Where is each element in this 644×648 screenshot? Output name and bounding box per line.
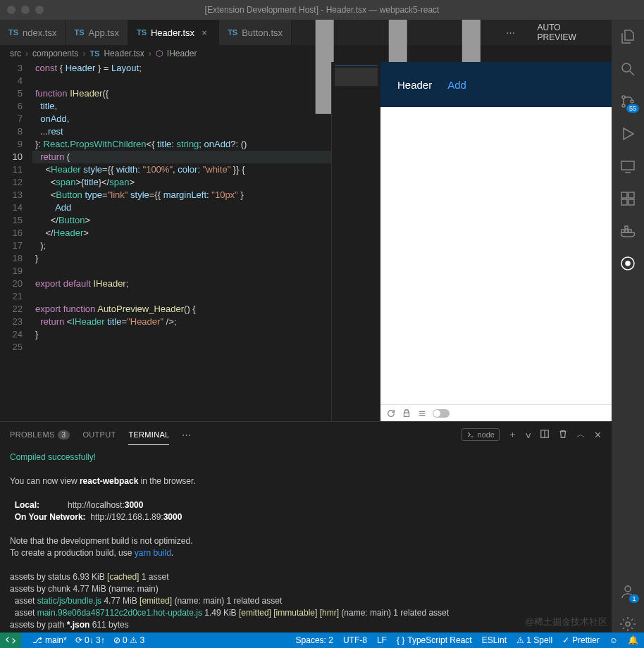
problems-tab[interactable]: PROBLEMS3 (10, 425, 70, 444)
eslint-status[interactable]: ESLint (482, 635, 507, 645)
editor-tab[interactable]: TSButton.tsx (219, 20, 292, 45)
more-icon[interactable]: ⋯ (182, 430, 191, 440)
feedback-icon[interactable]: ☺ (609, 635, 618, 645)
git-branch[interactable]: ⎇ main* (32, 635, 67, 645)
minimap[interactable] (331, 62, 380, 421)
svg-point-26 (626, 261, 630, 266)
account-icon[interactable]: 1 (619, 583, 636, 600)
docker-icon[interactable] (619, 223, 636, 239)
preview-pane: Header Add (380, 62, 612, 421)
output-tab[interactable]: OUTPUT (82, 425, 116, 444)
kill-terminal-icon[interactable] (558, 429, 568, 441)
svg-point-11 (622, 96, 625, 99)
status-bar: ⎇ main* ⟳ 0↓ 3↑ ⊘ 0 ⚠ 3 Spaces: 2 UTF-8 … (0, 633, 644, 648)
prettier-status[interactable]: ✓ Prettier (562, 635, 600, 645)
problems-status[interactable]: ⊘ 0 ⚠ 3 (113, 635, 144, 645)
svg-rect-17 (621, 192, 627, 198)
svg-rect-19 (621, 199, 627, 205)
ts-icon: TS (74, 28, 84, 37)
minimize-window-icon[interactable] (21, 6, 30, 14)
svg-rect-2 (404, 413, 409, 416)
auto-preview-tab[interactable]: AUTO PREVIEW (524, 20, 612, 45)
svg-point-13 (631, 100, 633, 103)
spaces-indicator[interactable]: Spaces: 2 (296, 635, 333, 645)
ts-icon: TS (228, 28, 237, 37)
spell-status[interactable]: ⚠ 1 Spell (516, 635, 552, 645)
editor-tab[interactable]: TSndex.tsx (0, 20, 66, 45)
close-panel-icon[interactable]: ✕ (594, 430, 602, 440)
remote-explorer-icon[interactable] (619, 158, 636, 175)
svg-marker-14 (624, 128, 633, 139)
more-actions-icon[interactable]: ⋯ (506, 27, 515, 38)
svg-line-10 (630, 71, 634, 75)
symbol-icon: ⬡ (156, 49, 163, 58)
preview-add-link[interactable]: Add (447, 79, 466, 91)
preview-footer (380, 404, 612, 421)
menu-icon[interactable] (417, 409, 427, 418)
autopreview-icon[interactable] (619, 255, 636, 272)
terminal-tab[interactable]: TERMINAL (128, 425, 169, 445)
svg-rect-20 (628, 199, 634, 205)
ts-icon: TS (8, 28, 18, 37)
toggle-switch[interactable] (433, 409, 450, 418)
close-window-icon[interactable] (7, 6, 16, 14)
notifications-icon[interactable]: 🔔 (628, 635, 638, 645)
editor-tab[interactable]: TSApp.tsx (66, 20, 128, 45)
breadcrumb[interactable]: src › components › TS Header.tsx › ⬡ IHe… (0, 45, 612, 62)
preview-header: Header Add (380, 62, 612, 107)
maximize-window-icon[interactable] (35, 6, 44, 14)
source-control-icon[interactable]: 55 (619, 93, 636, 110)
remote-indicator[interactable] (0, 633, 21, 648)
activity-bar: 55 1 (612, 20, 644, 633)
traffic-lights (0, 6, 44, 14)
editor-tab[interactable]: TSHeader.tsx× (128, 20, 219, 45)
terminal-output[interactable]: Compiled successfully! You can now view … (0, 447, 612, 633)
encoding-indicator[interactable]: UTF-8 (343, 635, 367, 645)
search-icon[interactable] (619, 61, 636, 77)
eol-indicator[interactable]: LF (377, 635, 387, 645)
window-title: [Extension Development Host] - Header.ts… (205, 5, 440, 15)
terminal-selector[interactable]: node (462, 428, 500, 441)
ts-icon: TS (137, 28, 147, 37)
maximize-panel-icon[interactable]: ︿ (576, 428, 586, 441)
code-editor[interactable]: 345678910111213141516171819202122232425 … (0, 62, 380, 421)
preview-body (380, 107, 612, 404)
breadcrumb-item[interactable]: src (10, 49, 21, 58)
svg-rect-15 (621, 161, 634, 170)
breadcrumb-item[interactable]: Header.tsx (104, 49, 144, 58)
svg-rect-24 (625, 226, 628, 229)
split-terminal-icon[interactable] (540, 429, 550, 441)
svg-point-27 (625, 586, 631, 592)
svg-point-9 (622, 63, 631, 72)
bottom-panel: PROBLEMS3 OUTPUT TERMINAL ⋯ node ＋ ⅴ ︿ ✕… (0, 421, 612, 633)
svg-point-12 (622, 104, 625, 107)
tab-bar: TSndex.tsxTSApp.tsxTSHeader.tsx×TSButton… (0, 20, 612, 45)
git-sync[interactable]: ⟳ 0↓ 3↑ (75, 635, 105, 645)
breadcrumb-item[interactable]: IHeader (167, 49, 197, 58)
breadcrumb-item[interactable]: components (32, 49, 78, 58)
title-bar: [Extension Development Host] - Header.ts… (0, 0, 644, 20)
ts-icon: TS (89, 49, 99, 58)
refresh-icon[interactable] (386, 409, 396, 418)
close-icon[interactable]: × (199, 27, 210, 38)
lock-icon[interactable] (402, 409, 411, 418)
svg-point-28 (626, 622, 630, 626)
settings-icon[interactable] (619, 616, 636, 633)
new-terminal-icon[interactable]: ＋ (508, 428, 517, 441)
preview-title: Header (397, 79, 432, 91)
extensions-icon[interactable] (619, 190, 636, 207)
language-mode[interactable]: { } TypeScript React (397, 635, 472, 645)
svg-rect-18 (628, 192, 634, 198)
dropdown-icon[interactable]: ⅴ (526, 430, 531, 440)
files-icon[interactable] (619, 28, 636, 45)
run-debug-icon[interactable] (619, 125, 636, 142)
